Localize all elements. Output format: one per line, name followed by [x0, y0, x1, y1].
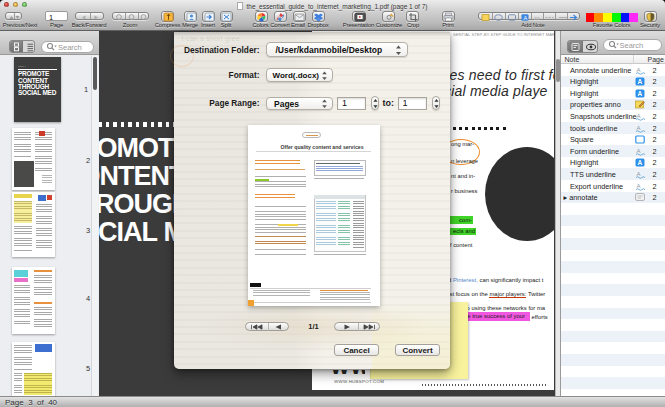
svg-text:A: A: [636, 148, 640, 154]
svg-text:A: A: [637, 78, 642, 85]
svg-text:aa: aa: [534, 14, 540, 20]
svg-text:A: A: [636, 183, 640, 189]
svg-text:A: A: [636, 125, 640, 131]
svg-text:A: A: [636, 171, 640, 177]
svg-text:A: A: [636, 113, 640, 119]
svg-text:A: A: [637, 159, 642, 166]
svg-text:A: A: [637, 90, 642, 97]
svg-text:A: A: [523, 14, 527, 20]
svg-text:A: A: [636, 67, 640, 73]
